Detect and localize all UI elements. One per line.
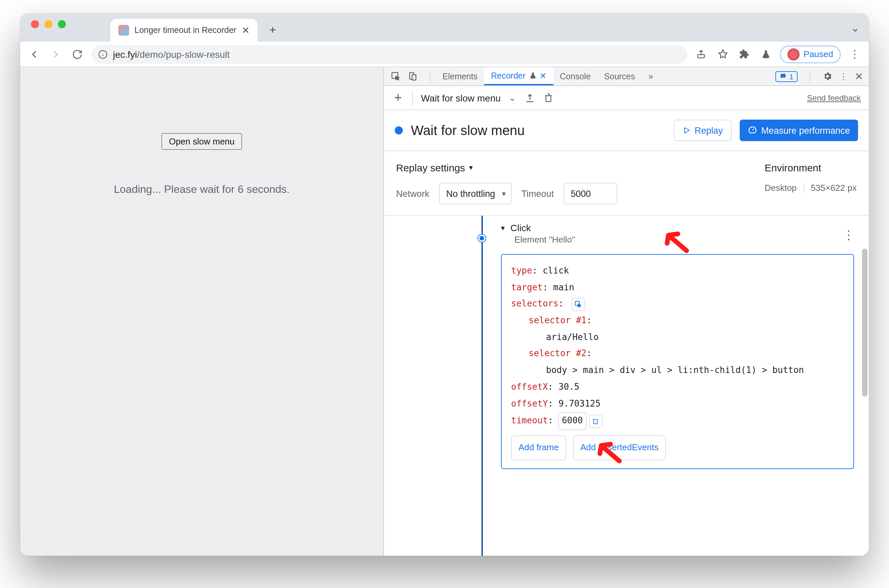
url-text: jec.fyi/demo/pup-slow-result	[113, 49, 230, 60]
recording-title: Wait for slow menu	[411, 123, 666, 138]
labs-icon[interactable]	[758, 47, 773, 62]
devtools-panel: Elements Recorder✕ Console Sources » 1 ⋮…	[383, 67, 869, 556]
delete-recording-icon[interactable]	[543, 93, 553, 103]
recorder-toolbar: + Wait for slow menu ⌄ Send feedback	[384, 86, 869, 110]
messages-badge[interactable]: 1	[775, 71, 797, 82]
more-tabs-icon[interactable]: »	[642, 67, 660, 86]
share-icon[interactable]	[694, 47, 709, 62]
prop-target-key: target	[511, 282, 543, 292]
extensions-icon[interactable]	[737, 47, 752, 62]
tab-strip: Longer timeout in Recorder ✕ + ⌄	[20, 14, 869, 42]
browser-tab[interactable]: Longer timeout in Recorder ✕	[110, 19, 258, 42]
flow-dropdown-icon[interactable]: ⌄	[509, 93, 516, 103]
timeout-input[interactable]: 5000	[563, 183, 617, 204]
new-tab-button[interactable]: +	[263, 21, 282, 40]
replay-button[interactable]: Replay	[674, 120, 732, 141]
close-tab-icon[interactable]: ✕	[242, 25, 250, 36]
open-slow-menu-button[interactable]: Open slow menu	[161, 133, 242, 150]
env-size: 535×622 px	[803, 183, 857, 193]
play-icon	[683, 126, 690, 134]
add-asserted-events-button[interactable]: Add assertedEvents	[573, 435, 666, 460]
window-controls	[28, 14, 70, 42]
prop-sel1-val[interactable]: aria/Hello	[546, 332, 599, 342]
timeout-value: 5000	[570, 189, 591, 199]
tab-title: Longer timeout in Recorder	[134, 26, 236, 35]
tab-elements[interactable]: Elements	[436, 67, 484, 86]
prop-sel2-val[interactable]: body > main > div > ul > li:nth-child(1)…	[546, 365, 804, 375]
bookmark-icon[interactable]	[716, 47, 730, 62]
replay-settings-heading[interactable]: Replay settings▾	[396, 162, 738, 173]
content-split: Open slow menu Loading... Please wait fo…	[20, 67, 869, 556]
page-viewport: Open slow menu Loading... Please wait fo…	[20, 67, 383, 556]
steps-area: ⋮ ▾Click Element "Hello" type: click tar…	[384, 216, 869, 556]
avatar	[787, 48, 800, 60]
network-label: Network	[396, 189, 429, 199]
delete-prop-icon[interactable]	[589, 414, 603, 428]
devtools-tabbar: Elements Recorder✕ Console Sources » 1 ⋮…	[384, 67, 869, 86]
messages-count: 1	[790, 72, 794, 80]
new-recording-button[interactable]: +	[392, 90, 404, 105]
prop-offsetx-val[interactable]: 30.5	[558, 382, 580, 392]
timeline-rail	[481, 216, 483, 556]
flask-icon	[529, 72, 536, 79]
network-throttling-select[interactable]: No throttling	[439, 183, 512, 204]
close-window-button[interactable]	[31, 20, 39, 28]
prop-sel1-key: selector #1	[528, 315, 587, 325]
close-devtools-icon[interactable]: ✕	[855, 70, 863, 82]
forward-button[interactable]	[48, 47, 63, 62]
gauge-icon	[748, 126, 757, 135]
profile-paused-button[interactable]: Paused	[780, 45, 841, 63]
measure-label: Measure performance	[761, 125, 850, 135]
send-feedback-link[interactable]: Send feedback	[807, 93, 861, 102]
network-value: No throttling	[446, 189, 495, 199]
prop-type-val[interactable]: click	[543, 266, 569, 276]
export-icon[interactable]	[524, 92, 535, 103]
menu-icon[interactable]: ⋮	[847, 47, 862, 62]
collapse-icon: ▾	[501, 224, 505, 232]
address-bar[interactable]: jec.fyi/demo/pup-slow-result	[92, 45, 687, 63]
recording-status-dot	[395, 126, 403, 134]
element-picker-icon[interactable]	[572, 298, 585, 311]
add-frame-button[interactable]: Add frame	[511, 435, 566, 460]
env-device: Desktop	[764, 183, 797, 193]
prop-timeout-key: timeout	[511, 415, 548, 425]
timeout-label: Timeout	[522, 189, 554, 199]
reload-button[interactable]	[70, 47, 85, 62]
tab-sources[interactable]: Sources	[597, 67, 642, 86]
step-subtitle: Element "Hello"	[514, 234, 859, 244]
step-header[interactable]: ▾Click	[501, 222, 859, 233]
settings-gear-icon[interactable]	[823, 71, 832, 81]
environment-heading: Environment	[764, 162, 857, 173]
step-menu-icon[interactable]: ⋮	[842, 228, 854, 243]
step-editor: type: click target: main selectors: sele…	[501, 254, 854, 469]
devtools-menu-icon[interactable]: ⋮	[839, 71, 848, 81]
tab-recorder[interactable]: Recorder✕	[484, 67, 553, 86]
tab-recorder-label: Recorder	[491, 71, 525, 80]
back-button[interactable]	[27, 47, 42, 62]
profile-status-label: Paused	[803, 49, 833, 59]
close-tab-x-icon[interactable]: ✕	[540, 71, 546, 80]
inspect-element-icon[interactable]	[384, 67, 408, 86]
fullscreen-window-button[interactable]	[58, 20, 66, 28]
prop-sel2-key: selector #2	[528, 348, 587, 358]
favicon-icon	[118, 25, 129, 36]
svg-rect-6	[412, 75, 416, 80]
info-icon	[98, 50, 108, 59]
replay-settings-section: Replay settings▾ Network No throttling T…	[384, 151, 869, 216]
step-timeout-input[interactable]: 6000	[558, 412, 587, 430]
browser-window: Longer timeout in Recorder ✕ + ⌄ jec.fyi…	[20, 14, 869, 556]
prop-offsety-key: offsetY	[511, 398, 548, 408]
prop-offsety-val[interactable]: 9.703125	[558, 398, 600, 408]
environment-info: Desktop 535×622 px	[764, 183, 857, 193]
flow-name[interactable]: Wait for slow menu	[421, 92, 501, 103]
minimize-window-button[interactable]	[44, 20, 53, 28]
prop-target-val[interactable]: main	[553, 282, 574, 292]
chevron-down-icon[interactable]: ⌄	[851, 21, 859, 34]
recording-header: Wait for slow menu Replay Measure perfor…	[384, 110, 869, 151]
loading-text: Loading... Please wait for 6 seconds.	[114, 183, 290, 195]
tab-console[interactable]: Console	[553, 67, 597, 86]
device-toggle-icon[interactable]	[408, 67, 424, 86]
measure-performance-button[interactable]: Measure performance	[740, 120, 858, 141]
replay-label: Replay	[695, 125, 723, 135]
step-title: Click	[510, 222, 531, 233]
